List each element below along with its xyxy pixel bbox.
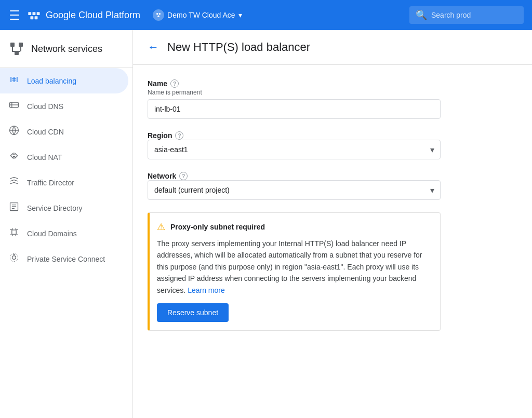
load-balancing-icon <box>8 74 20 87</box>
svg-rect-0 <box>28 12 31 15</box>
private-service-connect-icon <box>8 252 20 265</box>
network-label: Network ? <box>148 172 188 180</box>
svg-rect-9 <box>19 43 23 47</box>
sidebar-item-load-balancing[interactable]: Load balancing <box>0 68 128 93</box>
back-button[interactable]: ← <box>148 41 159 54</box>
svg-point-24 <box>12 256 16 260</box>
reserve-subnet-button[interactable]: Reserve subnet <box>157 303 229 322</box>
warning-box: ⚠ Proxy-only subnet required The proxy s… <box>148 212 441 331</box>
network-field-group: Network ? default (current project) ▾ <box>148 172 441 200</box>
project-icon <box>153 9 164 21</box>
search-icon: 🔍 <box>416 9 427 21</box>
load-balancing-label: Load balancing <box>27 77 76 85</box>
cloud-nat-icon <box>8 151 20 164</box>
sidebar-item-service-directory[interactable]: Service Directory <box>0 195 128 221</box>
page-header: ← New HTTP(S) load balancer <box>133 30 532 65</box>
gcp-logo-icon <box>27 8 42 22</box>
service-directory-label: Service Directory <box>27 204 83 212</box>
cloud-dns-icon <box>8 100 20 113</box>
form-container: Name ? Name is permanent Region ? asia-e… <box>133 65 455 345</box>
network-help-icon[interactable]: ? <box>179 172 188 180</box>
page-title: New HTTP(S) load balancer <box>167 41 310 54</box>
svg-rect-23 <box>12 230 16 234</box>
cloud-cdn-icon <box>8 125 20 138</box>
warning-triangle-icon: ⚠ <box>157 221 165 233</box>
network-select[interactable]: default (current project) <box>148 180 441 200</box>
sidebar-title: Network services <box>31 44 102 55</box>
cloud-cdn-label: Cloud CDN <box>27 128 64 136</box>
warning-body: The proxy servers implementing your Inte… <box>157 238 432 322</box>
sidebar-item-traffic-director[interactable]: Traffic Director <box>0 170 128 195</box>
svg-point-5 <box>156 13 158 15</box>
svg-rect-3 <box>30 16 33 19</box>
svg-rect-2 <box>37 12 40 15</box>
svg-rect-12 <box>20 46 21 51</box>
network-select-wrapper: default (current project) ▾ <box>148 180 441 200</box>
project-chevron-icon: ▾ <box>238 11 242 19</box>
cloud-dns-label: Cloud DNS <box>27 102 63 111</box>
region-label: Region ? <box>148 131 183 140</box>
sidebar-item-cloud-domains[interactable]: Cloud Domains <box>0 221 128 246</box>
region-select-wrapper: asia-east1 us-central1 us-east1 europe-w… <box>148 140 441 159</box>
sidebar-item-private-service-connect[interactable]: Private Service Connect <box>0 246 128 272</box>
learn-more-link[interactable]: Learn more <box>188 286 225 294</box>
sidebar-item-cloud-nat[interactable]: Cloud NAT <box>0 144 128 170</box>
project-selector[interactable]: Demo TW Cloud Ace ▾ <box>153 9 242 21</box>
region-help-icon[interactable]: ? <box>175 131 183 140</box>
region-select[interactable]: asia-east1 us-central1 us-east1 europe-w… <box>148 140 441 159</box>
cloud-nat-label: Cloud NAT <box>27 153 62 161</box>
name-input[interactable] <box>148 99 441 119</box>
name-help-icon[interactable]: ? <box>170 79 179 88</box>
name-sublabel: Name is permanent <box>148 89 441 96</box>
sidebar-item-cloud-dns[interactable]: Cloud DNS <box>0 93 128 119</box>
traffic-director-icon <box>8 176 20 189</box>
hamburger-menu[interactable] <box>8 9 21 21</box>
sidebar: Network services Load balancing Cloud DN… <box>0 30 133 418</box>
svg-rect-1 <box>33 12 36 15</box>
service-directory-icon <box>8 201 20 214</box>
project-name: Demo TW Cloud Ace <box>167 11 235 19</box>
app-logo: Google Cloud Platform <box>27 8 140 22</box>
name-field-group: Name ? Name is permanent <box>148 79 441 119</box>
app-title: Google Cloud Platform <box>46 10 140 21</box>
sidebar-item-cloud-cdn[interactable]: Cloud CDN <box>0 119 128 144</box>
svg-point-6 <box>159 13 161 15</box>
warning-title: Proxy-only subnet required <box>170 223 265 231</box>
svg-rect-11 <box>12 46 13 51</box>
topbar: Google Cloud Platform Demo TW Cloud Ace … <box>0 0 532 30</box>
cloud-domains-label: Cloud Domains <box>27 230 77 238</box>
traffic-director-label: Traffic Director <box>27 179 74 187</box>
main-content-area: ← New HTTP(S) load balancer Name ? Name … <box>133 30 532 418</box>
name-label: Name ? <box>148 79 179 88</box>
sidebar-header: Network services <box>0 30 132 68</box>
svg-rect-13 <box>12 51 20 52</box>
warning-header: ⚠ Proxy-only subnet required <box>157 221 432 233</box>
search-bar[interactable]: 🔍 Search prod <box>409 6 524 24</box>
cloud-domains-icon <box>8 227 20 240</box>
svg-rect-4 <box>35 16 38 19</box>
svg-point-7 <box>157 16 159 17</box>
svg-rect-8 <box>10 43 15 47</box>
network-services-icon <box>8 41 25 57</box>
private-service-connect-label: Private Service Connect <box>27 255 105 263</box>
region-field-group: Region ? asia-east1 us-central1 us-east1… <box>148 131 441 159</box>
svg-point-26 <box>14 254 15 255</box>
search-placeholder: Search prod <box>431 11 471 19</box>
